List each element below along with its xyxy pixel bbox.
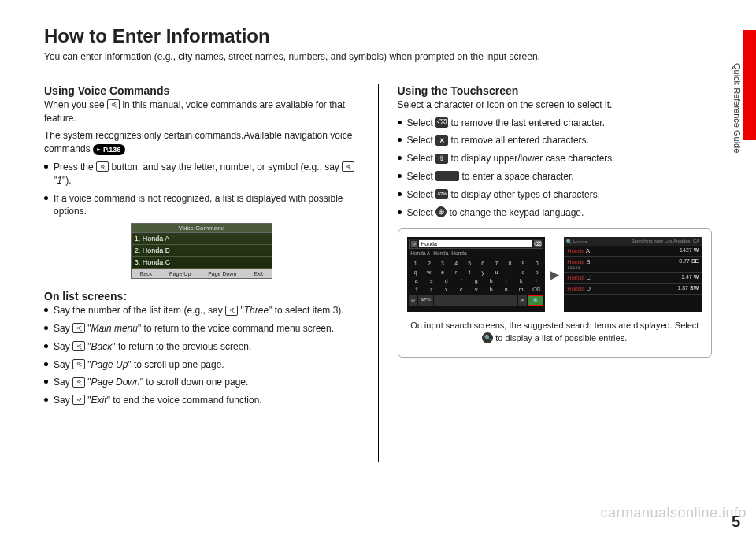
- text: Select: [407, 171, 436, 182]
- bullet: Press the button, and say the letter, nu…: [44, 161, 359, 187]
- key: a: [412, 276, 421, 285]
- text: to display upper/lower case characters.: [451, 153, 615, 164]
- key: d: [442, 276, 451, 285]
- text: to end the voice command function.: [110, 395, 262, 406]
- key: ⇧: [412, 285, 421, 295]
- voice-icon: [72, 323, 85, 333]
- text: Searching near Los Angeles, CA: [632, 239, 700, 244]
- side-color-tab: [743, 30, 756, 140]
- vc-footer-btn: Page Down: [208, 271, 236, 276]
- space-icon: [435, 171, 459, 181]
- help-icon: ?: [411, 241, 417, 247]
- bullet: Say "Exit" to end the voice command func…: [44, 394, 359, 407]
- key: r: [451, 268, 461, 276]
- search-icon: [482, 332, 493, 343]
- command-text: 1: [57, 175, 62, 186]
- key: b: [487, 285, 496, 295]
- text: Honda: [573, 239, 587, 244]
- page-number: 5: [732, 513, 740, 531]
- key: y: [478, 268, 487, 276]
- voice-intro: When you see in this manual, voice comma…: [44, 98, 359, 125]
- text: to scroll down one page.: [143, 376, 248, 388]
- key: s: [427, 276, 436, 285]
- key: 0: [532, 259, 542, 268]
- voice-icon: [107, 99, 120, 109]
- result-row: Honda A1427 W: [564, 246, 702, 257]
- key: h: [487, 276, 496, 285]
- voice-icon: [72, 377, 85, 388]
- vc-footer-btn: Exit: [254, 271, 263, 276]
- globe-key: ⊕: [409, 295, 417, 306]
- voice-icon: [342, 161, 354, 172]
- suggestions-row: Honda A Honda Honda: [407, 250, 545, 258]
- voice-icon: [72, 341, 85, 351]
- key: z: [427, 285, 436, 295]
- text: Say: [54, 341, 72, 352]
- x-key: ✕: [518, 295, 527, 306]
- bullet: Say "Page Up" to scroll up one page.: [44, 358, 359, 372]
- list-screen-bullets: Say the number of the list item (e.g., s…: [44, 304, 359, 407]
- voice-icon: [225, 306, 238, 316]
- key: 9: [519, 259, 528, 268]
- search-field: Honda: [419, 240, 532, 247]
- key: c: [457, 285, 466, 295]
- text: Say the number of the list item (e.g., s…: [54, 305, 225, 316]
- keyboard-screenshot: ? Honda ⌫ Honda A Honda Honda 1234567890…: [407, 237, 545, 312]
- text: Select: [407, 153, 436, 164]
- figure-caption: On input search screens, the suggested s…: [406, 320, 704, 344]
- page-ref-pill: P.136: [93, 144, 125, 156]
- space-key: [434, 295, 517, 306]
- bullet: Say "Back" to return to the previous scr…: [44, 340, 359, 354]
- key: 6: [478, 259, 487, 268]
- key: ⌫: [532, 285, 541, 295]
- key: p: [532, 268, 542, 276]
- key: 1: [411, 259, 421, 268]
- command-text: Exit: [91, 395, 107, 406]
- page-title: How to Enter Information: [44, 25, 712, 47]
- page-subtitle: You can enter information (e.g., city na…: [44, 50, 712, 64]
- results-screenshot: 🔍 Honda Searching near Los Angeles, CA H…: [564, 237, 702, 312]
- clear-icon: ⌫: [534, 240, 541, 247]
- text: to remove the last entered character.: [451, 117, 605, 128]
- voice-icon: [96, 161, 109, 172]
- key: t: [465, 268, 474, 276]
- text: On input search screens, the suggested s…: [410, 321, 699, 330]
- text: When you see: [44, 99, 107, 110]
- touch-intro: Select a character or icon on the screen…: [398, 98, 713, 112]
- shift-icon: [435, 154, 448, 164]
- command-text: Back: [91, 341, 113, 352]
- key: j: [502, 276, 511, 285]
- symbols-icon: [435, 189, 448, 199]
- key: l: [532, 276, 541, 285]
- touchscreen-figure: ? Honda ⌫ Honda A Honda Honda 1234567890…: [398, 228, 713, 358]
- vc-title: Voice Command: [131, 223, 272, 233]
- text: Say: [54, 359, 72, 370]
- suggestion: Honda: [451, 250, 466, 256]
- text: Press the: [54, 161, 96, 172]
- key: n: [502, 285, 511, 295]
- text: The system recognizes only certain comma…: [44, 130, 352, 154]
- text: Say: [54, 376, 72, 388]
- command-text: Three: [244, 305, 269, 316]
- text: Select: [407, 189, 436, 200]
- kb-row: ⇧zxcvbnm⌫: [407, 285, 545, 295]
- text: to change the keypad language.: [450, 207, 584, 218]
- text: to enter a space character.: [462, 171, 574, 182]
- kb-row: 1234567890: [407, 259, 545, 268]
- key: x: [442, 285, 451, 295]
- key: q: [411, 268, 421, 276]
- key: 4: [451, 259, 461, 268]
- kb-row: asdfghjkl: [407, 276, 545, 285]
- key: 7: [491, 259, 501, 268]
- backspace-icon: [435, 117, 448, 128]
- command-text: Page Up: [91, 359, 128, 370]
- bullet: Say "Main menu" to return to the voice c…: [44, 322, 359, 336]
- vc-item: 3. Honda C: [132, 257, 272, 269]
- vc-item: 1. Honda A: [132, 233, 272, 245]
- voice-recognize: The system recognizes only certain comma…: [44, 129, 359, 156]
- text: to return to the previous screen.: [116, 341, 252, 352]
- clear-icon: [435, 135, 448, 146]
- text: to select item 3).: [272, 305, 343, 316]
- text: to display a list of possible entries.: [495, 333, 627, 343]
- watermark: carmanualsonline.info: [600, 505, 747, 521]
